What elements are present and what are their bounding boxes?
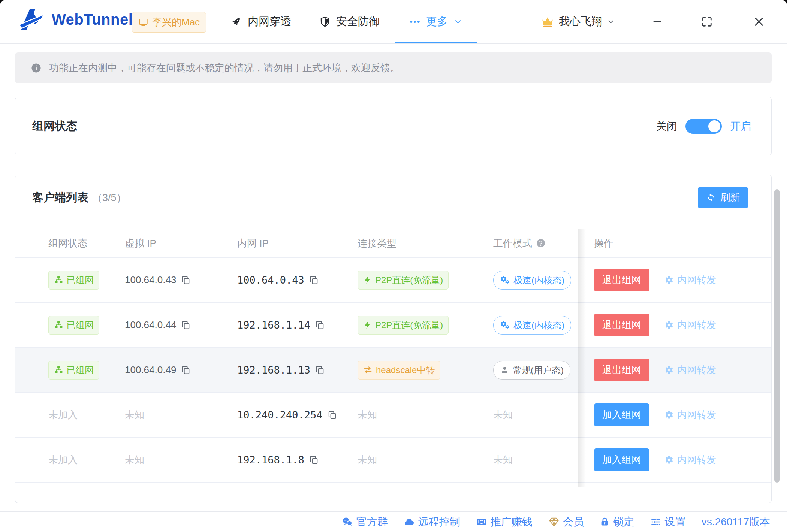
device-badge: 李兴的Mac xyxy=(132,12,206,33)
virtual-ip: 100.64.0.44 xyxy=(125,319,176,331)
sitemap-icon xyxy=(54,365,63,375)
table-header-row: 组网状态 虚拟 IP 内网 IP 连接类型 工作模式 操作 xyxy=(15,229,771,258)
info-icon xyxy=(31,63,42,73)
app-header: WebTunnel 李兴的Mac 内网穿透 安全防御 更多 我心飞翔 xyxy=(0,0,787,44)
nav-item-intranet-tunnel[interactable]: 内网穿透 xyxy=(231,0,291,43)
network-toggle-switch[interactable] xyxy=(685,119,722,134)
copy-icon[interactable] xyxy=(181,365,191,375)
lan-ip: 192.168.1.14 xyxy=(237,319,310,331)
virtual-ip: 未知 xyxy=(125,408,144,421)
webtunnel-logo-icon xyxy=(19,7,46,31)
maximize-icon xyxy=(700,15,714,28)
status-badge: 已组网 xyxy=(48,316,99,335)
join-network-button[interactable]: 加入组网 xyxy=(594,403,649,426)
sliders-icon xyxy=(650,516,661,528)
lan-forward-link[interactable]: 内网转发 xyxy=(664,318,716,332)
nav-item-security-defense[interactable]: 安全防御 xyxy=(319,0,380,43)
status-text: 未加入 xyxy=(48,408,78,421)
status-badge: 已组网 xyxy=(48,361,99,380)
conn-type-text: 未知 xyxy=(358,408,377,421)
work-mode-text: 未知 xyxy=(493,408,513,421)
col-header-status: 组网状态 xyxy=(48,237,125,250)
table-row: 已组网 100.64.0.44 192.168.1.14 P2P直连(免流量) … xyxy=(15,303,771,348)
gear-icon xyxy=(664,455,674,465)
gear-icon xyxy=(664,275,674,285)
help-icon[interactable] xyxy=(536,238,546,248)
copy-icon[interactable] xyxy=(181,320,191,330)
col-header-conn-type: 连接类型 xyxy=(358,237,493,250)
app-window: WebTunnel 李兴的Mac 内网穿透 安全防御 更多 我心飞翔 xyxy=(0,0,787,532)
minimize-button[interactable] xyxy=(651,0,663,43)
rocket-icon xyxy=(231,16,242,27)
toggle-off-label: 关闭 xyxy=(656,119,677,133)
table-row: 已组网 100.64.0.43 100.64.0.43 P2P直连(免流量) 极… xyxy=(15,258,771,303)
app-footer: 官方群 远程控制 推广赚钱 会员 锁定 设置 vs.260117版本 xyxy=(0,511,787,532)
virtual-ip: 100.64.0.49 xyxy=(125,364,176,376)
exit-network-button[interactable]: 退出组网 xyxy=(594,269,649,291)
refresh-icon xyxy=(706,193,716,202)
close-icon xyxy=(753,15,765,28)
conn-type-badge: P2P直连(免流量) xyxy=(358,271,449,290)
copy-icon[interactable] xyxy=(315,365,325,375)
table-row: 已组网 100.64.0.49 192.168.1.13 headscale中转… xyxy=(15,348,771,393)
active-tab-underline xyxy=(395,42,477,43)
notice-text: 功能正在内测中，可能存在问题或不稳定的情况，请勿用于正式环境，欢迎反馈。 xyxy=(49,61,400,75)
user-menu[interactable]: 我心飞翔 xyxy=(541,0,615,43)
lan-forward-link[interactable]: 内网转发 xyxy=(664,273,716,287)
gem-icon xyxy=(548,516,560,528)
footer-item-remote-control[interactable]: 远程控制 xyxy=(404,515,460,529)
client-list-header: 客户端列表 （3/5） 刷新 xyxy=(15,175,771,220)
client-list-title: 客户端列表 xyxy=(32,190,88,205)
footer-item-settings[interactable]: 设置 xyxy=(650,515,686,529)
virtual-ip: 未知 xyxy=(125,453,144,466)
lan-ip: 192.168.1.8 xyxy=(237,454,304,466)
cloud-icon xyxy=(404,516,415,528)
copy-icon[interactable] xyxy=(181,275,191,285)
status-badge: 已组网 xyxy=(48,271,99,290)
work-mode-badge: 常规(用户态) xyxy=(493,361,570,380)
footer-item-promotion[interactable]: 推广赚钱 xyxy=(476,515,533,529)
sitemap-icon xyxy=(54,320,63,330)
copy-icon[interactable] xyxy=(309,275,319,285)
gears-icon xyxy=(500,320,510,330)
copy-icon[interactable] xyxy=(315,320,325,330)
nav-item-more[interactable]: 更多 xyxy=(409,0,462,43)
gear-icon xyxy=(664,320,674,330)
crown-icon xyxy=(541,15,554,28)
lightning-icon xyxy=(363,321,372,329)
copy-icon[interactable] xyxy=(309,455,319,465)
person-icon xyxy=(500,365,509,375)
refresh-button[interactable]: 刷新 xyxy=(698,187,748,208)
sitemap-icon xyxy=(54,275,63,285)
status-text: 未加入 xyxy=(48,453,78,466)
footer-item-membership[interactable]: 会员 xyxy=(548,515,584,529)
join-network-button[interactable]: 加入组网 xyxy=(594,448,649,471)
exit-network-button[interactable]: 退出组网 xyxy=(594,359,649,381)
col-header-virtual-ip: 虚拟 IP xyxy=(125,237,237,250)
footer-item-official-group[interactable]: 官方群 xyxy=(342,515,388,529)
lan-ip: 192.168.1.13 xyxy=(237,364,310,376)
beta-notice-bar: 功能正在内测中，可能存在问题或不稳定的情况，请勿用于正式环境，欢迎反馈。 xyxy=(15,52,772,83)
close-button[interactable] xyxy=(753,0,765,43)
col-header-work-mode: 工作模式 xyxy=(493,237,586,250)
toggle-on-label: 开启 xyxy=(730,119,751,133)
copy-icon[interactable] xyxy=(327,410,337,420)
wechat-icon xyxy=(342,516,353,528)
banknote-icon xyxy=(476,516,487,528)
monitor-icon xyxy=(138,17,148,27)
exit-network-button[interactable]: 退出组网 xyxy=(594,314,649,336)
maximize-button[interactable] xyxy=(700,0,714,43)
user-name: 我心飞翔 xyxy=(559,14,602,29)
network-toggle-group: 关闭 开启 xyxy=(656,119,751,134)
lan-forward-link[interactable]: 内网转发 xyxy=(664,453,716,466)
vertical-scrollbar-thumb[interactable] xyxy=(774,189,780,483)
footer-item-lock[interactable]: 锁定 xyxy=(600,515,634,529)
nav-label: 内网穿透 xyxy=(248,14,291,29)
fixed-column-shadow xyxy=(578,229,586,487)
lan-forward-link[interactable]: 内网转发 xyxy=(664,363,716,377)
shield-icon xyxy=(319,16,331,27)
lan-forward-link[interactable]: 内网转发 xyxy=(664,408,716,421)
app-logo: WebTunnel xyxy=(19,7,133,31)
work-mode-badge: 极速(内核态) xyxy=(493,316,571,335)
chevron-down-icon xyxy=(607,18,615,26)
